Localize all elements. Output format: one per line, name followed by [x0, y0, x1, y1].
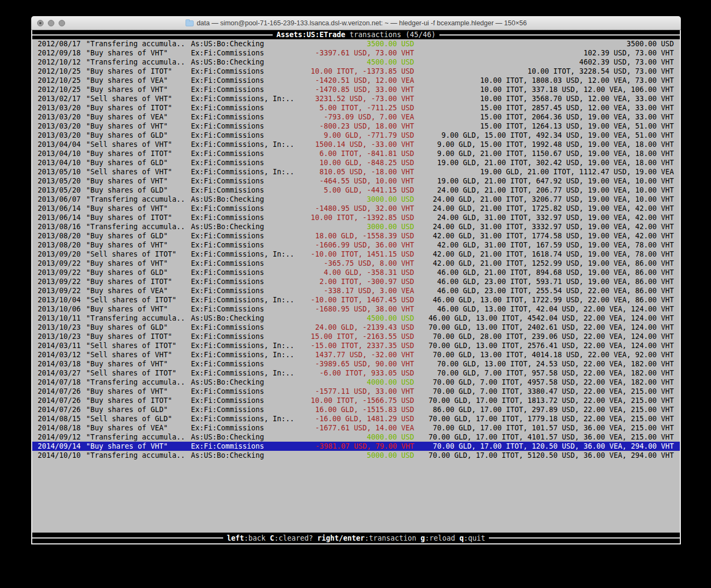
transaction-row[interactable]: 2014/08/18 "Buy shares of VEA" Ex:Fi:Com…	[32, 423, 680, 433]
transaction-row[interactable]: 2013/09/20 "Sell shares of ITOT" Ex:Fi:C…	[32, 250, 680, 259]
cell-change-amount: -338.17 USD, 3.00 VEA	[298, 286, 414, 295]
cell-date: 2012/10/12	[32, 58, 86, 67]
cell-balance: 9.00 GLD, 15.00 ITOT, 492.34 USD, 19.00 …	[414, 131, 680, 140]
transaction-row[interactable]: 2013/02/17 "Sell shares of VHT" Ex:Fi:Co…	[32, 94, 680, 103]
cell-balance: 15.00 ITOT, 1264.13 USD, 19.00 VEA, 51.0…	[414, 122, 680, 131]
key-hint: g:reload	[421, 534, 455, 542]
transaction-row[interactable]: 2013/06/07 "Transfering accumula.. As:US…	[32, 195, 680, 204]
cell-change-amount: 810.05 USD, -18.00 VHT	[298, 167, 414, 176]
close-button[interactable]	[37, 20, 44, 26]
minimize-button[interactable]	[48, 20, 54, 26]
transaction-row[interactable]: 2014/03/12 "Sell shares of VHT" Ex:Fi:Co…	[32, 350, 680, 359]
cell-other-accounts: As:US:Bo:Checking	[191, 378, 298, 387]
header-subtitle: transactions (45/46)	[350, 31, 436, 39]
zoom-button[interactable]	[59, 20, 65, 26]
transaction-row[interactable]: 2013/10/11 "Transfering accumula.. As:US…	[32, 314, 680, 323]
cell-date: 2013/10/04	[32, 295, 86, 304]
cell-balance: 70.00 GLD, 13.00 ITOT, 24.53 USD, 22.00 …	[414, 359, 680, 369]
transaction-row[interactable]: 2013/08/20 "Buy shares of VHT" Ex:Fi:Com…	[32, 240, 680, 250]
transaction-row[interactable]: 2012/10/12 "Transfering accumula.. As:US…	[32, 58, 680, 67]
cell-date: 2013/03/20	[32, 112, 86, 122]
cell-date: 2013/05/20	[32, 186, 86, 195]
cell-description: "Buy shares of VHT"	[86, 442, 191, 451]
cell-balance: 42.00 GLD, 21.00 ITOT, 1252.99 USD, 19.0…	[414, 259, 680, 268]
transaction-row[interactable]: 2014/03/27 "Sell shares of ITOT" Ex:Fi:C…	[32, 369, 680, 378]
transaction-row[interactable]: 2014/03/18 "Buy shares of VHT" Ex:Fi:Com…	[32, 359, 680, 369]
transaction-row[interactable]: 2013/06/14 "Buy shares of VHT" Ex:Fi:Com…	[32, 204, 680, 213]
cell-change-amount: -15.00 ITOT, 2337.35 USD	[298, 341, 414, 350]
transaction-row[interactable]: 2013/06/14 "Buy shares of ITOT" Ex:Fi:Co…	[32, 213, 680, 222]
cell-date: 2013/09/22	[32, 259, 86, 268]
transaction-row[interactable]: 2013/03/20 "Buy shares of GLD" Ex:Fi:Com…	[32, 131, 680, 140]
cell-balance: 46.00 GLD, 23.00 ITOT, 255.54 USD, 22.00…	[414, 286, 680, 295]
cell-description: "Transfering accumula..	[86, 378, 191, 387]
cell-description: "Buy shares of ITOT"	[86, 103, 191, 112]
transaction-row[interactable]: 2013/10/23 "Buy shares of GLD" Ex:Fi:Com…	[32, 323, 680, 332]
cell-date: 2013/10/06	[32, 304, 86, 314]
transaction-row[interactable]: 2013/08/20 "Buy shares of GLD" Ex:Fi:Com…	[32, 231, 680, 240]
cell-description: "Transfering accumula..	[86, 58, 191, 67]
cell-other-accounts: Ex:Fi:Commissions	[191, 204, 298, 213]
transaction-row[interactable]: 2013/10/06 "Buy shares of VHT" Ex:Fi:Com…	[32, 304, 680, 314]
transaction-row[interactable]: 2012/08/17 "Transfering accumula.. As:US…	[32, 39, 680, 48]
transaction-row[interactable]: 2012/10/25 "Buy shares of VEA" Ex:Fi:Com…	[32, 76, 680, 85]
transaction-row[interactable]: 2014/07/18 "Transfering accumula.. As:US…	[32, 378, 680, 387]
cell-other-accounts: As:US:Bo:Checking	[191, 39, 298, 48]
cell-balance: 46.00 GLD, 13.00 ITOT, 4542.04 USD, 22.0…	[414, 314, 680, 323]
transaction-row[interactable]: 2014/09/14 "Buy shares of VHT" Ex:Fi:Com…	[32, 442, 680, 451]
cell-balance: 70.00 GLD, 17.00 ITOT, 5120.50 USD, 36.0…	[414, 451, 680, 460]
title-bar[interactable]: data — simon@pool-71-165-239-133.lsanca.…	[31, 16, 681, 30]
cell-change-amount: 4500.00 USD	[298, 58, 414, 67]
transaction-row[interactable]: 2014/07/26 "Buy shares of ITOT" Ex:Fi:Co…	[32, 396, 680, 405]
transaction-row[interactable]: 2014/10/10 "Transfering accumula.. As:US…	[32, 451, 680, 460]
cell-other-accounts: Ex:Fi:Commissions	[191, 304, 298, 314]
transaction-row[interactable]: 2013/10/23 "Buy shares of ITOT" Ex:Fi:Co…	[32, 332, 680, 341]
transaction-row[interactable]: 2014/07/26 "Buy shares of GLD" Ex:Fi:Com…	[32, 405, 680, 414]
transaction-row[interactable]: 2013/03/20 "Buy shares of VEA" Ex:Fi:Com…	[32, 112, 680, 122]
cell-other-accounts: Ex:Fi:Commissions	[191, 332, 298, 341]
transaction-row[interactable]: 2013/10/04 "Sell shares of ITOT" Ex:Fi:C…	[32, 295, 680, 304]
cell-description: "Buy shares of VEA"	[86, 286, 191, 295]
transaction-row[interactable]: 2014/08/15 "Sell shares of GLD" Ex:Fi:Co…	[32, 414, 680, 423]
cell-date: 2014/07/26	[32, 405, 86, 414]
transaction-row[interactable]: 2014/03/11 "Sell shares of ITOT" Ex:Fi:C…	[32, 341, 680, 350]
cell-balance: 70.00 GLD, 17.00 ITOT, 120.50 USD, 36.00…	[414, 442, 680, 451]
cell-date: 2014/09/14	[32, 442, 86, 451]
transaction-row[interactable]: 2012/10/25 "Buy shares of ITOT" Ex:Fi:Co…	[32, 67, 680, 76]
cell-other-accounts: Ex:Fi:Commissions	[191, 323, 298, 332]
cell-other-accounts: Ex:Fi:Commissions	[191, 240, 298, 250]
cell-change-amount: 3231.52 USD, -73.00 VHT	[298, 94, 414, 103]
cell-other-accounts: Ex:Fi:Commissions	[191, 186, 298, 195]
transaction-row[interactable]: 2013/03/20 "Buy shares of VHT" Ex:Fi:Com…	[32, 122, 680, 131]
transaction-row[interactable]: 2013/09/22 "Buy shares of GLD" Ex:Fi:Com…	[32, 268, 680, 277]
cell-change-amount: 10.00 GLD, -848.25 USD	[298, 158, 414, 167]
transaction-row[interactable]: 2013/09/22 "Buy shares of VHT" Ex:Fi:Com…	[32, 259, 680, 268]
cell-description: "Buy shares of VHT"	[86, 359, 191, 369]
transaction-row[interactable]: 2014/09/12 "Transfering accumula.. As:US…	[32, 433, 680, 442]
cell-date: 2012/10/25	[32, 76, 86, 85]
transaction-row[interactable]: 2013/04/10 "Buy shares of GLD" Ex:Fi:Com…	[32, 158, 680, 167]
transaction-row[interactable]: 2013/04/04 "Sell shares of VHT" Ex:Fi:Co…	[32, 140, 680, 149]
transaction-row[interactable]: 2014/07/26 "Buy shares of VHT" Ex:Fi:Com…	[32, 387, 680, 396]
cell-other-accounts: Ex:Fi:Commissions, In:..	[191, 350, 298, 359]
transaction-row[interactable]: 2013/05/20 "Buy shares of VHT" Ex:Fi:Com…	[32, 176, 680, 186]
cell-change-amount: -365.75 USD, 8.00 VHT	[298, 259, 414, 268]
transaction-row[interactable]: 2013/03/20 "Buy shares of ITOT" Ex:Fi:Co…	[32, 103, 680, 112]
transaction-row[interactable]: 2012/09/18 "Buy shares of VHT" Ex:Fi:Com…	[32, 48, 680, 58]
transaction-row[interactable]: 2013/04/10 "Buy shares of ITOT" Ex:Fi:Co…	[32, 149, 680, 158]
view-header: Assets:US:ETrade transactions (45/46)	[32, 30, 680, 39]
transaction-row[interactable]: 2013/05/10 "Sell shares of VHT" Ex:Fi:Co…	[32, 167, 680, 176]
cell-date: 2013/05/10	[32, 167, 86, 176]
transaction-row[interactable]: 2013/05/20 "Buy shares of GLD" Ex:Fi:Com…	[32, 186, 680, 195]
transaction-row[interactable]: 2012/10/25 "Buy shares of VHT" Ex:Fi:Com…	[32, 85, 680, 94]
transaction-row[interactable]: 2013/08/16 "Transfering accumula.. As:US…	[32, 222, 680, 231]
cell-date: 2013/03/20	[32, 122, 86, 131]
cell-balance: 70.00 GLD, 17.00 ITOT, 1813.72 USD, 22.0…	[414, 396, 680, 405]
cell-change-amount: 1437.77 USD, -32.00 VHT	[298, 350, 414, 359]
transaction-row[interactable]: 2013/09/22 "Buy shares of ITOT" Ex:Fi:Co…	[32, 277, 680, 286]
transaction-row[interactable]: 2013/09/22 "Buy shares of VEA" Ex:Fi:Com…	[32, 286, 680, 295]
cell-description: "Buy shares of VHT"	[86, 176, 191, 186]
cell-balance: 24.00 GLD, 31.00 ITOT, 3332.97 USD, 19.0…	[414, 222, 680, 231]
cell-description: "Transfering accumula..	[86, 222, 191, 231]
cell-balance: 70.00 GLD, 17.00 ITOT, 1779.18 USD, 22.0…	[414, 414, 680, 423]
